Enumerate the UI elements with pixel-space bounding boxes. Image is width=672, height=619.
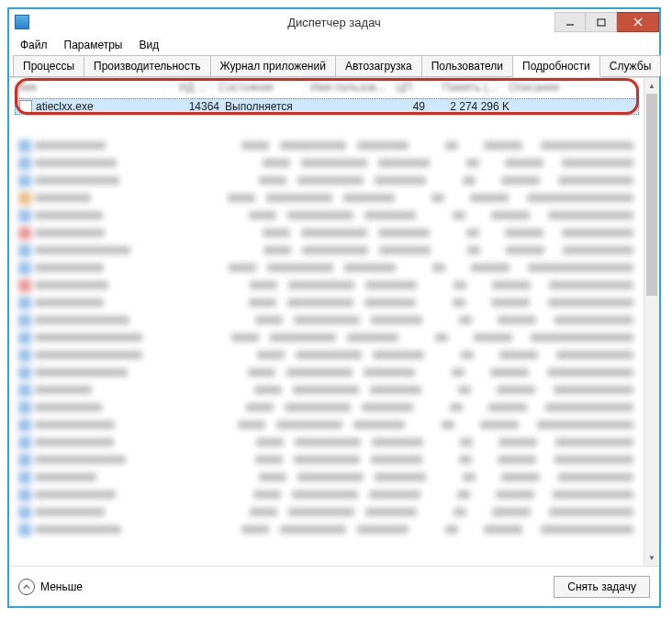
maximize-button[interactable]: [586, 12, 617, 32]
table-row[interactable]: [15, 521, 639, 538]
column-headers[interactable]: Имя ИД ... Состояние Имя пользов... ЦП П…: [9, 78, 659, 98]
table-row[interactable]: [15, 259, 639, 276]
titlebar[interactable]: Диспетчер задач: [9, 9, 659, 35]
app-icon: [15, 15, 29, 29]
svg-rect-1: [598, 19, 605, 26]
table-row[interactable]: [15, 451, 639, 468]
table-row[interactable]: [15, 346, 639, 364]
table-row[interactable]: [15, 364, 639, 381]
tab-details[interactable]: Подробности: [512, 55, 600, 77]
tabs: Процессы Производительность Журнал прило…: [9, 55, 659, 77]
cell-cpu: 49: [385, 100, 425, 113]
table-row[interactable]: [15, 381, 639, 399]
details-table: Имя ИД ... Состояние Имя пользов... ЦП П…: [9, 77, 659, 566]
table-row[interactable]: [15, 242, 639, 259]
column-cpu[interactable]: ЦП: [378, 78, 419, 97]
close-button[interactable]: [617, 12, 659, 32]
table-row[interactable]: [15, 189, 639, 207]
vertical-scrollbar[interactable]: ▲ ▼: [644, 78, 659, 566]
table-row[interactable]: [15, 172, 639, 189]
table-row[interactable]: [15, 399, 639, 416]
tab-startup[interactable]: Автозагрузка: [335, 55, 422, 76]
column-pid[interactable]: ИД ...: [165, 78, 213, 97]
table-row[interactable]: [15, 137, 639, 154]
table-row-selected[interactable]: atieclxx.exe 14364 Выполняется 49 2 274 …: [15, 98, 639, 115]
table-row[interactable]: [15, 329, 639, 346]
column-name[interactable]: Имя: [9, 78, 165, 97]
blurred-rows: [15, 137, 639, 566]
table-row[interactable]: [15, 154, 639, 172]
window-title: Диспетчер задач: [287, 16, 381, 29]
table-row[interactable]: [15, 224, 639, 242]
column-description[interactable]: Описание: [503, 78, 659, 97]
tab-processes[interactable]: Процессы: [13, 55, 84, 76]
cell-status: Выполняется: [219, 100, 311, 113]
table-row[interactable]: [15, 207, 639, 224]
cell-memory: 2 274 296 K: [425, 100, 510, 113]
menubar: Файл Параметры Вид: [9, 35, 659, 55]
menu-options[interactable]: Параметры: [57, 37, 130, 53]
fewer-label: Меньше: [40, 580, 83, 593]
column-memory[interactable]: Память (...: [419, 78, 503, 97]
process-icon: [19, 100, 32, 113]
task-manager-window: Диспетчер задач Файл Параметры Вид Проце…: [7, 7, 661, 608]
tab-performance[interactable]: Производительность: [84, 55, 210, 76]
cell-name: atieclxx.exe: [36, 100, 94, 113]
scroll-up-button[interactable]: ▲: [644, 78, 659, 94]
column-user[interactable]: Имя пользов...: [305, 78, 378, 97]
tab-users[interactable]: Пользователи: [421, 55, 513, 76]
menu-file[interactable]: Файл: [13, 37, 55, 53]
table-row[interactable]: [15, 433, 639, 451]
table-row[interactable]: [15, 276, 639, 294]
scroll-thumb[interactable]: [646, 94, 657, 296]
footer: Меньше Снять задачу: [9, 566, 659, 606]
end-task-button[interactable]: Снять задачу: [554, 576, 650, 598]
chevron-up-icon: [18, 579, 35, 595]
table-row[interactable]: [15, 468, 639, 486]
table-row[interactable]: [15, 486, 639, 503]
table-row[interactable]: [15, 294, 639, 311]
column-status[interactable]: Состояние: [213, 78, 305, 97]
tab-services[interactable]: Службы: [599, 55, 661, 76]
table-row[interactable]: [15, 416, 639, 433]
tab-app-history[interactable]: Журнал приложений: [210, 55, 336, 76]
table-row[interactable]: [15, 503, 639, 521]
minimize-button[interactable]: [554, 12, 586, 32]
content-area: Имя ИД ... Состояние Имя пользов... ЦП П…: [9, 77, 659, 606]
scroll-down-button[interactable]: ▼: [644, 550, 659, 566]
table-row[interactable]: [15, 311, 639, 329]
menu-view[interactable]: Вид: [131, 37, 166, 53]
fewer-details-button[interactable]: Меньше: [18, 579, 83, 595]
cell-pid: 14364: [172, 100, 219, 113]
